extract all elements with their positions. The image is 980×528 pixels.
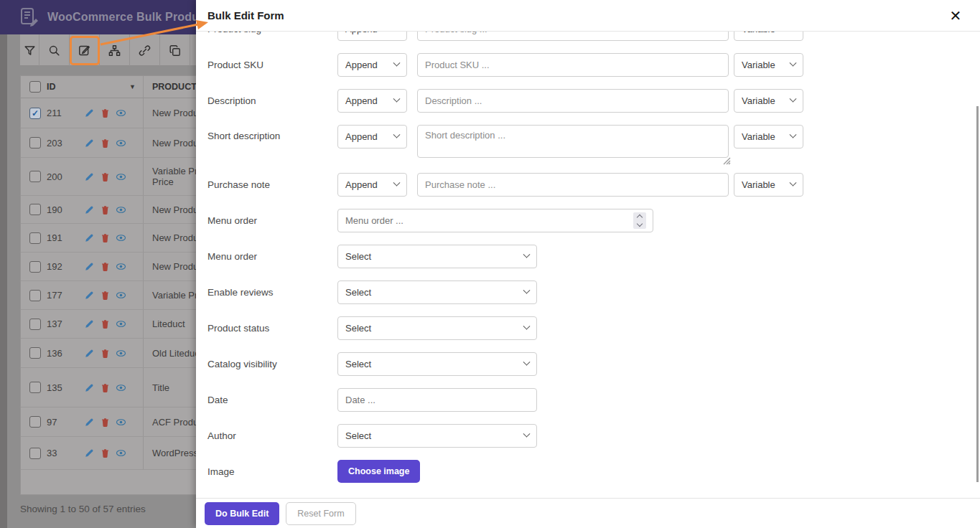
variant-select[interactable]: Variable <box>734 173 803 197</box>
delete-row-icon[interactable] <box>100 204 111 215</box>
catalog-visibility-select[interactable]: Select <box>337 352 537 376</box>
view-row-icon[interactable] <box>116 171 126 182</box>
row-checkbox[interactable] <box>29 171 41 182</box>
edit-row-icon[interactable] <box>84 417 95 428</box>
delete-row-icon[interactable] <box>100 290 111 301</box>
delete-row-icon[interactable] <box>100 319 111 329</box>
short-description-textarea[interactable] <box>417 125 729 158</box>
chevron-down-icon <box>393 131 401 138</box>
row-checkbox[interactable] <box>29 137 41 148</box>
reset-form-button[interactable]: Reset Form <box>286 502 355 525</box>
delete-row-icon[interactable] <box>100 348 111 359</box>
date-input[interactable] <box>337 388 537 412</box>
sort-desc-icon[interactable]: ▼ <box>129 83 136 90</box>
row-id: 135 <box>47 382 74 393</box>
delete-row-icon[interactable] <box>100 171 111 182</box>
view-row-icon[interactable] <box>116 232 126 243</box>
close-icon[interactable]: ✕ <box>947 7 964 24</box>
row-id: 203 <box>47 138 74 148</box>
row-checkbox[interactable] <box>29 416 41 428</box>
row-id: 136 <box>47 348 74 359</box>
view-row-icon[interactable] <box>116 417 126 428</box>
edit-row-icon[interactable] <box>84 261 95 272</box>
spin-up-icon <box>637 214 643 220</box>
delete-row-icon[interactable] <box>100 232 111 243</box>
panel-scrollbar[interactable] <box>976 106 979 482</box>
menu-order-select[interactable]: Select <box>337 245 537 268</box>
edit-row-icon[interactable] <box>84 448 95 458</box>
row-checkbox[interactable] <box>29 448 41 459</box>
select-all-checkbox[interactable] <box>29 81 41 93</box>
resize-grip-icon[interactable] <box>722 155 731 164</box>
edit-row-icon[interactable] <box>84 382 95 393</box>
row-id: 211 <box>47 108 74 118</box>
mode-select[interactable]: Append <box>337 173 407 197</box>
edit-row-icon[interactable] <box>84 171 95 182</box>
product-slug-input[interactable] <box>417 32 729 41</box>
field-label: Image <box>207 466 337 477</box>
row-checkbox[interactable] <box>29 232 41 244</box>
edit-row-icon[interactable] <box>84 319 95 329</box>
do-bulk-edit-button[interactable]: Do Bulk Edit <box>205 502 279 525</box>
row-checkbox[interactable] <box>29 319 41 330</box>
mode-select[interactable]: Append <box>337 32 407 41</box>
view-row-icon[interactable] <box>116 382 126 393</box>
delete-row-icon[interactable] <box>100 108 111 118</box>
row-checkbox[interactable] <box>29 347 41 359</box>
app-title: WooCommerce Bulk Product <box>47 11 210 24</box>
view-row-icon[interactable] <box>116 319 126 329</box>
product-status-select[interactable]: Select <box>337 316 537 340</box>
view-row-icon[interactable] <box>116 108 126 118</box>
product-sku-input[interactable] <box>417 53 729 77</box>
delete-row-icon[interactable] <box>100 417 111 428</box>
edit-row-icon[interactable] <box>84 108 95 118</box>
view-row-icon[interactable] <box>116 290 126 301</box>
field-label: Product slug <box>207 32 337 34</box>
entries-summary: Showing 1 to 50 of 57 entries <box>20 504 146 514</box>
edit-row-icon[interactable] <box>84 290 95 301</box>
variant-select[interactable]: Variable <box>734 89 803 113</box>
view-row-icon[interactable] <box>116 348 126 359</box>
chevron-down-icon <box>523 287 531 294</box>
variant-select[interactable]: Variable <box>734 125 803 148</box>
variant-select[interactable]: Variable <box>734 32 803 41</box>
panel-footer: Do Bulk Edit Reset Form <box>196 498 980 528</box>
row-checkbox[interactable] <box>29 261 41 273</box>
mode-select[interactable]: Append <box>337 89 407 113</box>
enable-reviews-select[interactable]: Select <box>337 280 537 304</box>
edit-row-icon[interactable] <box>84 348 95 359</box>
link-icon <box>138 44 151 57</box>
filter-button[interactable] <box>20 34 39 66</box>
search-button[interactable] <box>39 34 70 66</box>
delete-row-icon[interactable] <box>100 448 111 458</box>
field-label: Product SKU <box>207 60 337 70</box>
view-row-icon[interactable] <box>116 138 126 148</box>
choose-image-button[interactable]: Choose image <box>337 460 420 483</box>
purchase-note-input[interactable] <box>417 173 729 197</box>
edit-row-icon[interactable] <box>84 232 95 243</box>
delete-row-icon[interactable] <box>100 261 111 272</box>
view-row-icon[interactable] <box>116 204 126 215</box>
row-checkbox[interactable] <box>29 204 41 215</box>
row-checkbox[interactable]: ✓ <box>29 108 41 119</box>
column-header-id[interactable]: ID <box>47 82 56 92</box>
row-checkbox[interactable] <box>29 382 41 393</box>
delete-row-icon[interactable] <box>100 138 111 148</box>
duplicate-button[interactable] <box>160 34 190 66</box>
link-button[interactable] <box>130 34 160 66</box>
edit-row-icon[interactable] <box>84 204 95 215</box>
edit-row-icon[interactable] <box>84 138 95 148</box>
variant-select[interactable]: Variable <box>734 53 803 77</box>
delete-row-icon[interactable] <box>100 382 111 393</box>
view-row-icon[interactable] <box>116 448 126 458</box>
menu-order-number-input[interactable] <box>337 209 653 232</box>
mode-select[interactable]: Append <box>337 125 407 148</box>
form-row-short-description: Short description Append Variable <box>207 125 980 161</box>
row-checkbox[interactable] <box>29 290 41 301</box>
description-input[interactable] <box>417 89 729 113</box>
number-spinner[interactable] <box>633 212 646 229</box>
mode-select[interactable]: Append <box>337 53 407 77</box>
view-row-icon[interactable] <box>116 261 126 272</box>
author-select[interactable]: Select <box>337 424 537 448</box>
hierarchy-button[interactable] <box>100 34 130 66</box>
